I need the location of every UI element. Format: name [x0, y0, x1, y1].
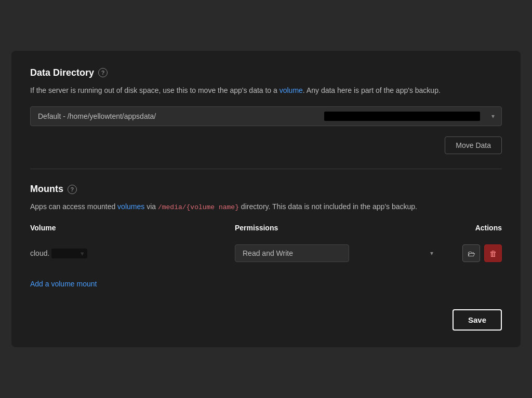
data-directory-select[interactable]: Default - /home/yellowtent/appsdata/	[30, 106, 502, 126]
permissions-select[interactable]: Read and Write Read Only	[235, 244, 349, 262]
column-header-volume: Volume	[30, 224, 235, 232]
mounts-desc-prefix: Apps can access mounted	[30, 202, 117, 211]
data-directory-desc-suffix: . Any data here is part of the app's bac…	[303, 86, 441, 94]
column-header-permissions: Permissions	[235, 224, 440, 232]
data-directory-title-text: Data Directory	[30, 67, 94, 78]
folder-icon: 🗁	[468, 249, 475, 258]
section-divider	[30, 169, 502, 169]
column-header-actions: Actions	[440, 224, 502, 232]
permissions-select-arrow-icon: ▾	[430, 250, 433, 257]
data-directory-desc-prefix: If the server is running out of disk spa…	[30, 86, 280, 94]
actions-cell: 🗁 🗑	[440, 244, 502, 262]
delete-action-button[interactable]: 🗑	[484, 244, 502, 262]
volume-dropdown[interactable]: ▾	[51, 249, 87, 258]
data-directory-section-title: Data Directory ?	[30, 67, 502, 78]
move-data-button[interactable]: Move Data	[445, 136, 502, 154]
volume-cell: cloud. ▾	[30, 249, 235, 258]
volume-redacted-text	[56, 250, 78, 257]
move-data-row: Move Data	[30, 136, 502, 154]
data-directory-select-wrapper: Default - /home/yellowtent/appsdata/ ▾	[30, 106, 502, 126]
trash-icon: 🗑	[489, 249, 497, 258]
data-directory-help-icon[interactable]: ?	[98, 68, 108, 77]
mounts-desc-middle: via	[144, 202, 158, 211]
data-directory-description: If the server is running out of disk spa…	[30, 85, 502, 96]
permissions-cell: Read and Write Read Only ▾	[235, 244, 440, 262]
volumes-link[interactable]: volumes	[117, 202, 144, 211]
mounts-table: Volume Permissions Actions cloud. ▾ Read…	[30, 224, 502, 269]
mounts-section-title: Mounts ?	[30, 184, 502, 195]
table-row: cloud. ▾ Read and Write Read Only ▾ 🗁	[30, 237, 502, 269]
volume-path-code: /media/{volume name}	[158, 203, 239, 211]
table-header-row: Volume Permissions Actions	[30, 224, 502, 237]
add-volume-mount-link[interactable]: Add a volume mount	[30, 280, 97, 288]
mounts-help-icon[interactable]: ?	[68, 185, 77, 194]
folder-action-button[interactable]: 🗁	[462, 244, 480, 262]
volume-link[interactable]: volume	[280, 86, 303, 94]
mounts-desc-suffix: directory. This data is not included in …	[239, 202, 417, 211]
save-button[interactable]: Save	[453, 309, 502, 331]
settings-panel: Data Directory ? If the server is runnin…	[11, 51, 521, 347]
volume-dropdown-arrow-icon: ▾	[81, 250, 84, 257]
mounts-description: Apps can access mounted volumes via /med…	[30, 201, 502, 213]
mounts-title-text: Mounts	[30, 184, 63, 195]
bottom-action-row: Save	[30, 309, 502, 331]
volume-name-prefix: cloud.	[30, 249, 49, 257]
